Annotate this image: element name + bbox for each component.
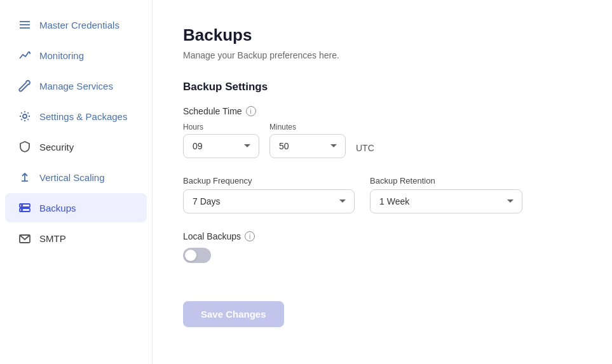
frequency-select[interactable]: 1 Day3 Days7 Days 14 Days30 Days — [183, 189, 355, 213]
sidebar-item-vertical-scaling[interactable]: Vertical Scaling — [5, 163, 147, 192]
hours-select[interactable]: 00010203 04050607 08091011 12131415 1617… — [183, 134, 259, 158]
utc-label: UTC — [356, 128, 374, 153]
sidebar-item-manage-services[interactable]: Manage Services — [5, 71, 147, 100]
sidebar-item-smtp[interactable]: SMTP — [5, 224, 147, 253]
sidebar-item-label: Monitoring — [39, 50, 84, 61]
section-title: Backup Settings — [183, 81, 581, 93]
schedule-time-label: Schedule Time i — [183, 106, 581, 116]
menu-icon — [18, 18, 32, 32]
sidebar-item-label: Master Credentials — [39, 20, 119, 30]
sidebar-item-monitoring[interactable]: Monitoring — [5, 41, 147, 70]
wrench-icon — [18, 79, 32, 93]
retention-select[interactable]: 1 Day3 Days1 Week 2 Weeks1 Month — [370, 189, 522, 213]
minutes-select[interactable]: 00102030 4050 — [269, 134, 346, 158]
local-backups-label: Local Backups i — [183, 231, 581, 241]
sidebar-item-master-credentials[interactable]: Master Credentials — [5, 10, 147, 39]
toggle-thumb — [185, 250, 196, 261]
frequency-col: Backup Frequency 1 Day3 Days7 Days 14 Da… — [183, 176, 355, 213]
local-backups-toggle[interactable] — [183, 248, 211, 263]
chart-icon — [18, 48, 32, 62]
frequency-label: Backup Frequency — [183, 176, 355, 185]
schedule-time-group: Schedule Time i Hours 00010203 04050607 … — [183, 106, 581, 158]
sidebar-item-security[interactable]: Security — [5, 132, 147, 161]
settings-icon — [18, 109, 32, 123]
svg-point-4 — [23, 114, 27, 118]
sidebar: Master Credentials Monitoring Manage Ser… — [0, 0, 153, 364]
backup-icon — [18, 201, 32, 215]
svg-point-9 — [22, 205, 23, 206]
main-content: Backups Manage your Backup preferences h… — [153, 0, 612, 364]
sidebar-item-label: Backups — [39, 203, 76, 213]
local-backups-info-icon[interactable]: i — [245, 231, 255, 241]
freq-ret-row: Backup Frequency 1 Day3 Days7 Days 14 Da… — [183, 176, 581, 213]
svg-point-10 — [22, 210, 23, 211]
sidebar-item-label: Vertical Scaling — [39, 172, 105, 183]
time-row: Hours 00010203 04050607 08091011 1213141… — [183, 123, 581, 158]
schedule-time-info-icon[interactable]: i — [246, 106, 256, 116]
sidebar-item-label: Security — [39, 142, 74, 152]
sidebar-item-label: Manage Services — [39, 81, 113, 91]
sidebar-item-backups[interactable]: Backups — [5, 193, 147, 222]
smtp-icon — [18, 231, 32, 245]
toggle-track — [183, 248, 211, 263]
save-button[interactable]: Save Changes — [183, 301, 284, 327]
local-backups-group: Local Backups i — [183, 231, 581, 263]
scaling-icon — [18, 170, 32, 184]
sidebar-item-label: Settings & Packages — [39, 111, 127, 122]
hours-col: Hours 00010203 04050607 08091011 1213141… — [183, 123, 259, 158]
minutes-label: Minutes — [269, 123, 346, 131]
hours-label: Hours — [183, 123, 259, 131]
page-subtitle: Manage your Backup preferences here. — [183, 50, 581, 60]
page-title: Backups — [183, 25, 581, 45]
retention-label: Backup Retention — [370, 176, 522, 185]
retention-col: Backup Retention 1 Day3 Days1 Week 2 Wee… — [370, 176, 522, 213]
sidebar-item-label: SMTP — [39, 233, 66, 244]
local-backups-toggle-container — [183, 248, 581, 263]
sidebar-item-settings-packages[interactable]: Settings & Packages — [5, 102, 147, 131]
freq-ret-group: Backup Frequency 1 Day3 Days7 Days 14 Da… — [183, 176, 581, 213]
shield-icon — [18, 140, 32, 154]
minutes-col: Minutes 00102030 4050 — [269, 123, 346, 158]
